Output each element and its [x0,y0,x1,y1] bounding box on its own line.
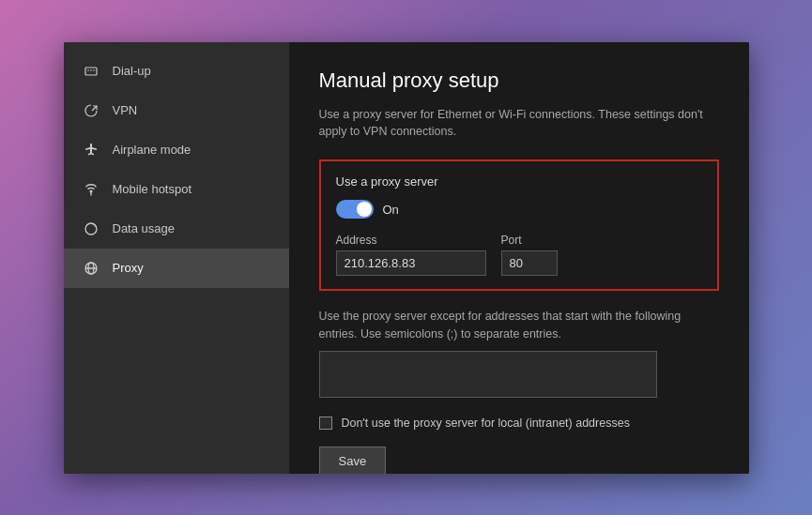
sidebar-item-airplane[interactable]: Airplane mode [64,130,289,170]
checkbox-label: Don't use the proxy server for local (in… [342,417,630,430]
svg-point-3 [93,69,95,71]
toggle-row: On [336,200,702,219]
toggle-knob [357,202,372,217]
save-button[interactable]: Save [319,447,387,474]
exceptions-textarea[interactable] [319,351,657,398]
svg-point-1 [87,69,89,71]
checkbox-row: Don't use the proxy server for local (in… [319,417,719,430]
sidebar-item-mobile-hotspot[interactable]: Mobile hotspot [64,170,289,209]
main-content: Manual proxy setup Use a proxy server fo… [289,42,749,474]
sidebar-item-data-usage[interactable]: Data usage [64,209,289,249]
port-input[interactable] [501,250,558,276]
address-port-row: Address Port [336,234,702,276]
exceptions-description: Use the proxy server except for addresse… [319,308,719,343]
address-field-group: Address [336,234,486,276]
proxy-section-title: Use a proxy server [336,174,702,189]
sidebar-item-label: Airplane mode [113,143,192,157]
port-label: Port [501,234,558,247]
toggle-label: On [383,203,399,217]
hotspot-icon [83,181,100,198]
address-input[interactable] [336,250,486,276]
sidebar: Dial-up VPN Airplane mode [64,42,289,474]
sidebar-item-vpn[interactable]: VPN [64,91,289,130]
settings-window: Dial-up VPN Airplane mode [64,42,749,474]
proxy-icon [83,260,100,277]
page-title: Manual proxy setup [319,68,719,93]
vpn-icon [83,102,100,119]
address-label: Address [336,234,486,247]
sidebar-item-dial-up[interactable]: Dial-up [64,52,289,91]
sidebar-item-label: Data usage [113,221,176,235]
sidebar-item-proxy[interactable]: Proxy [64,249,289,288]
subtitle-text: Use a proxy server for Ethernet or Wi-Fi… [319,106,719,142]
sidebar-item-label: Dial-up [113,64,151,78]
dial-up-icon [83,63,100,80]
airplane-icon [83,142,100,159]
proxy-server-section: Use a proxy server On Address Port [319,159,719,291]
sidebar-item-label: Proxy [113,261,144,275]
port-field-group: Port [501,234,558,276]
data-usage-icon [83,220,100,237]
local-addresses-checkbox[interactable] [319,417,332,430]
sidebar-item-label: Mobile hotspot [113,182,192,196]
proxy-toggle[interactable] [336,200,374,219]
sidebar-item-label: VPN [113,103,138,117]
svg-point-2 [90,69,92,71]
svg-rect-0 [85,68,97,75]
